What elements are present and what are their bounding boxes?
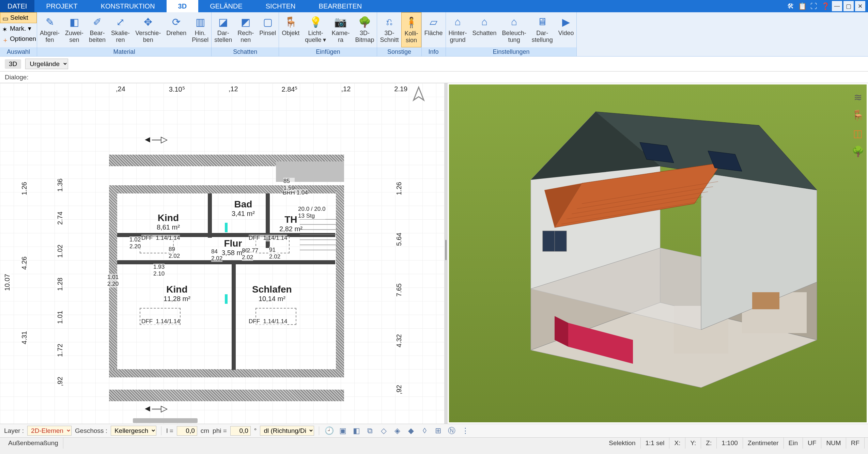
- help-icon[interactable]: ❓: [820, 1, 831, 11]
- geschoss-select[interactable]: Kellergesch: [111, 426, 156, 436]
- options-button[interactable]: ＋Optionen: [0, 34, 37, 44]
- layers-icon[interactable]: ≋: [854, 91, 862, 103]
- ribbon-toolbar: ▭Selekt ✶Mark. ▾ ＋Optionen Auswahl ✎Abgr…: [0, 12, 868, 57]
- menu-tab-konstruktion[interactable]: KONSTRUKTION: [89, 0, 167, 12]
- ribbon-item-kame-ra[interactable]: 📷Kame- ra: [329, 12, 352, 47]
- grid-icon[interactable]: ⊞: [433, 426, 443, 436]
- ribbon-item-kolli-sion[interactable]: 🧍Kolli- sion: [401, 12, 421, 47]
- ribbon-group-label: Schatten: [212, 47, 279, 56]
- ribbon-item-zuwei-sen[interactable]: ◧Zuwei- sen: [62, 12, 86, 47]
- ribbon-icon: ✎: [43, 15, 57, 29]
- ribbon-icon: ▱: [427, 15, 440, 29]
- ribbon-item-video[interactable]: ▶Video: [556, 12, 577, 47]
- phi-input[interactable]: [230, 426, 251, 436]
- layers-toggle-icon[interactable]: ◧: [351, 426, 361, 436]
- ribbon-item-3d-bitmap[interactable]: 🌳3D- Bitmap: [352, 12, 377, 47]
- tools-icon[interactable]: 🛠: [786, 1, 796, 11]
- snap2-icon[interactable]: ◈: [392, 426, 402, 436]
- svg-rect-30: [752, 292, 779, 309]
- ribbon-group-label: Einfügen: [279, 47, 377, 56]
- main-menu-bar: DATEI PROJEKT KONSTRUKTION 3D GELÄNDE SI…: [0, 0, 868, 12]
- ribbon-icon: ✥: [141, 15, 155, 29]
- ribbon-item-dar-stellen[interactable]: ◪Dar- stellen: [212, 12, 235, 47]
- ribbon-item-label: Video: [558, 30, 574, 37]
- ribbon-item-rech-nen[interactable]: ◩Rech- nen: [235, 12, 257, 47]
- ribbon-item-bear-beiten[interactable]: ✐Bear- beiten: [86, 12, 108, 47]
- maximize-button[interactable]: ▢: [843, 1, 854, 11]
- ribbon-icon: 🧍: [404, 15, 418, 29]
- ribbon-item-beleuch-tung[interactable]: ⌂Beleuch- tung: [499, 12, 529, 47]
- ribbon-group-label: Sonstige: [377, 47, 421, 56]
- menu-tab-3d[interactable]: 3D: [167, 0, 199, 12]
- snap1-icon[interactable]: ◇: [378, 426, 389, 436]
- furniture-icon[interactable]: 🪑: [852, 109, 864, 121]
- floorplan-2d-view[interactable]: ,243.10⁵,122.84⁵,122.19 1.264.264.31 10.…: [0, 83, 444, 424]
- dimension-value: 5.64: [395, 233, 403, 246]
- ribbon-item-abgrei-fen[interactable]: ✎Abgrei- fen: [37, 12, 62, 47]
- menu-tab-gelaende[interactable]: GELÄNDE: [198, 0, 254, 12]
- ribbon-group-label: Info: [422, 47, 446, 56]
- ribbon-item-3d-schnitt[interactable]: ⎌3D- Schnitt: [377, 12, 401, 47]
- ribbon-item-pinsel[interactable]: ▢Pinsel: [257, 12, 279, 47]
- ribbon-item-verschie-ben[interactable]: ✥Verschie- ben: [133, 12, 164, 47]
- ribbon-item-fl-che[interactable]: ▱Fläche: [422, 12, 446, 47]
- copy-icon[interactable]: ⧉: [365, 426, 375, 436]
- dimension-value: 4.26: [20, 256, 28, 270]
- ribbon-item-schatten[interactable]: ⌂Schatten: [470, 12, 499, 47]
- status-scale: 1:100: [717, 438, 743, 449]
- north-icon[interactable]: Ⓝ: [447, 426, 457, 436]
- plus-icon: ＋: [2, 36, 8, 42]
- ribbon-item-label: Schatten: [472, 30, 497, 37]
- snap3-icon[interactable]: ◆: [406, 426, 416, 436]
- ribbon-item-dar-stellung[interactable]: 🖥Dar- stellung: [529, 12, 556, 47]
- ribbon-item-label: 3D- Bitmap: [355, 30, 374, 44]
- ribbon-group-einfuegen: 🪑Objekt💡Licht- quelle ▾📷Kame- ra🌳3D- Bit…: [279, 12, 377, 56]
- plan-annotation: DFF 1.14/1.14: [249, 235, 287, 241]
- ribbon-item-hinter-grund[interactable]: ⌂Hinter- grund: [446, 12, 470, 47]
- ribbon-item-hin-pinsel[interactable]: ▥Hin. Pinsel: [189, 12, 211, 47]
- menu-tab-datei[interactable]: DATEI: [0, 0, 34, 12]
- section-arrow-top: ◄—▷: [143, 134, 168, 145]
- ribbon-item-label: Abgrei- fen: [40, 30, 60, 44]
- menu-tab-bearbeiten[interactable]: BEARBEITEN: [307, 0, 374, 12]
- window-controls: 🛠 📋 ⛶ ❓ — ▢ ✕: [785, 0, 868, 12]
- room-label: Kind11,28 m²: [164, 284, 190, 303]
- dimension-value: ,12: [341, 85, 351, 93]
- ribbon-item-licht-quelle-[interactable]: 💡Licht- quelle ▾: [302, 12, 329, 47]
- menu-tab-projekt[interactable]: PROJEKT: [34, 0, 89, 12]
- ribbon-icon: ⌂: [451, 15, 465, 29]
- select-tool-button[interactable]: ▭Selekt: [0, 12, 37, 23]
- expand-icon[interactable]: ⛶: [809, 1, 819, 11]
- dialog-bar: Dialoge:: [0, 72, 868, 83]
- clock-icon[interactable]: 🕘: [324, 426, 334, 436]
- screen-icon[interactable]: ▣: [338, 426, 348, 436]
- menu-tab-sichten[interactable]: SICHTEN: [254, 0, 307, 12]
- ribbon-item-skalie-ren[interactable]: ⤢Skalie- ren: [108, 12, 133, 47]
- plan-annotation: 85 1.59: [283, 178, 295, 191]
- ribbon-group-label: Material: [37, 47, 211, 56]
- 3d-side-panel: ≋ 🪑 ◫ 🌳: [850, 91, 865, 157]
- room-label: Flur3,58 m²: [221, 238, 245, 257]
- ribbon-item-drehen[interactable]: ⟳Drehen: [164, 12, 189, 47]
- mode-select[interactable]: dl (Richtung/Di: [260, 426, 314, 436]
- ribbon-icon: ▢: [261, 15, 275, 29]
- 3d-view[interactable]: ≋ 🪑 ◫ 🌳: [449, 84, 867, 422]
- more-icon[interactable]: ⋮: [460, 426, 470, 436]
- context-chip-3d: 3D: [5, 59, 21, 69]
- dimension-value: 2.19: [394, 85, 407, 93]
- view-splitter[interactable]: [444, 83, 448, 424]
- ribbon-item-objekt[interactable]: 🪑Objekt: [279, 12, 302, 47]
- close-button[interactable]: ✕: [855, 1, 865, 11]
- snap4-icon[interactable]: ◊: [419, 426, 430, 436]
- minimize-button[interactable]: —: [832, 1, 842, 11]
- terrain-select[interactable]: Urgelände: [25, 59, 68, 69]
- materials-icon[interactable]: ◫: [853, 127, 863, 139]
- mark-tool-button[interactable]: ✶Mark. ▾: [0, 23, 37, 34]
- clipboard-icon[interactable]: 📋: [797, 1, 807, 11]
- length-unit: cm: [201, 427, 209, 435]
- ribbon-icon: ✐: [91, 15, 104, 29]
- tree-icon[interactable]: 🌳: [852, 145, 864, 157]
- length-input[interactable]: [177, 426, 197, 436]
- layer-select[interactable]: 2D-Elemen: [27, 426, 72, 436]
- horizontal-scrollbar[interactable]: [133, 418, 198, 423]
